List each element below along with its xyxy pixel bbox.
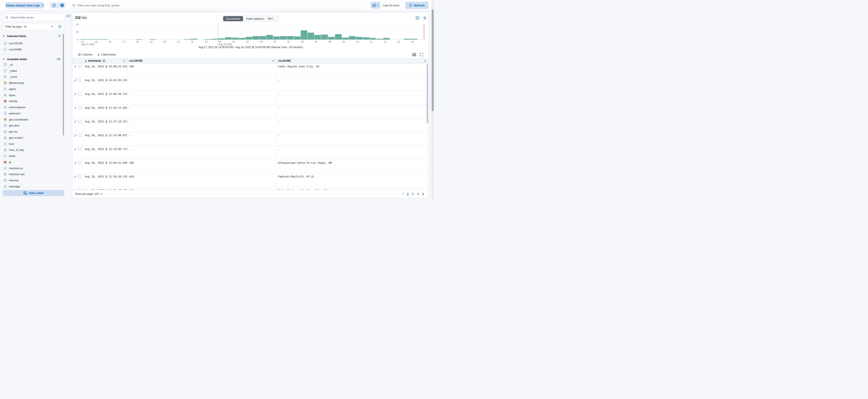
svg-text:18: 18 — [136, 40, 139, 43]
table-header-csa-geoid[interactable]: csa.GEOID — [127, 59, 276, 63]
csa-name-column-menu[interactable] — [424, 60, 426, 61]
expand-icon — [74, 162, 77, 164]
field-item-ip[interactable]: IPip — [3, 159, 63, 165]
field-item-geo.dest[interactable]: kgeo.dest — [3, 123, 63, 129]
select-row-checkbox[interactable] — [78, 79, 81, 82]
expand-icon — [74, 93, 77, 96]
table-header-timestamp[interactable]: timestamp — [83, 59, 127, 63]
field-item-extension[interactable]: textension — [3, 110, 63, 117]
select-row-checkbox[interactable] — [78, 93, 81, 96]
chart-options-button[interactable] — [415, 16, 420, 20]
field-item-bytes[interactable]: #bytes — [3, 92, 63, 98]
rows-per-page-button[interactable]: Rows per page: 100 — [75, 193, 102, 196]
selected-fields-section-header[interactable]: Selected fields 2 — [3, 33, 64, 38]
gear-button[interactable] — [423, 16, 427, 20]
cell-csa-geoid: - — [127, 132, 276, 146]
expand-row-button[interactable] — [74, 134, 77, 137]
field-item-index[interactable]: tindex — [3, 153, 63, 159]
expand-row-button[interactable] — [74, 79, 77, 82]
field-item-geo.coordinates[interactable]: geo.coordinates — [3, 117, 63, 123]
expand-row-button[interactable] — [74, 93, 77, 96]
field-item-machine.ram[interactable]: #machine.ram — [3, 171, 63, 177]
text-field-type-icon: t — [3, 41, 7, 45]
svg-text:14: 14 — [411, 40, 414, 43]
select-row-checkbox[interactable] — [78, 106, 81, 109]
field-item-csa.NAME[interactable]: tcsa.NAME — [3, 46, 63, 53]
field-name: event.dataset — [9, 106, 25, 109]
expand-row-button[interactable] — [74, 161, 77, 164]
number-field-type-icon: # — [3, 75, 7, 78]
select-row-checkbox[interactable] — [78, 161, 81, 164]
refresh-button[interactable]: Refresh — [405, 2, 429, 9]
tab-documents[interactable]: Documents — [223, 16, 243, 21]
field-item-event.dataset[interactable]: kevent.dataset — [3, 104, 63, 110]
field-item-host[interactable]: thost — [3, 141, 63, 147]
field-item-geo.srcdest[interactable]: kgeo.srcdest — [3, 135, 63, 141]
expand-row-button[interactable] — [74, 65, 77, 68]
table-scrollbar[interactable] — [427, 64, 428, 124]
row-controls — [72, 91, 83, 105]
fullscreen-button[interactable] — [420, 53, 423, 56]
field-sorted-button[interactable]: 1 field sorted — [97, 53, 116, 56]
filter-by-type-select[interactable]: Filter by type 0 — [3, 23, 64, 30]
field-item-_index[interactable]: ?_index — [3, 68, 63, 74]
field-search-input[interactable]: Search field names — [3, 13, 64, 21]
number-field-type-icon: # — [3, 178, 7, 182]
select-row-checkbox[interactable] — [78, 147, 81, 151]
field-item-csa.GEOID[interactable]: tcsa.GEOID — [3, 40, 63, 46]
documents-histogram[interactable]: 4020014151617181920212223000102030405060… — [72, 22, 429, 45]
discover-main-panel: 232 hits Documents Field statistics BETA — [72, 12, 429, 198]
expand-row-button[interactable] — [74, 106, 77, 109]
timestamp-column-menu[interactable] — [123, 60, 125, 61]
csa-geoid-column-menu[interactable] — [272, 60, 274, 61]
field-item-agent[interactable]: tagent — [3, 86, 63, 92]
field-item-geo.src[interactable]: kgeo.src — [3, 129, 63, 135]
field-item-hour_of_day[interactable]: #hour_of_day — [3, 147, 63, 153]
page-button-1[interactable]: 1 — [406, 192, 410, 196]
table-toolbar: Columns 1 field sorted — [72, 52, 429, 58]
filter-by-type-label: Filter by type — [5, 25, 22, 28]
cell-csa-geoid: - — [127, 146, 276, 160]
field-item-memory[interactable]: #memory — [3, 177, 63, 184]
text-field-type-icon: t — [3, 185, 7, 188]
add-field-button[interactable]: Add a field — [3, 190, 64, 196]
field-item-message[interactable]: tmessage — [3, 184, 63, 190]
field-item-_id[interactable]: ?_id — [3, 62, 63, 68]
add-filter-button[interactable] — [58, 2, 66, 8]
field-item-clientip[interactable]: IPclientip — [3, 98, 63, 104]
saved-query-menu-button[interactable] — [50, 2, 58, 8]
previous-page-button[interactable] — [401, 193, 404, 196]
collapse-sidebar-button[interactable] — [66, 14, 70, 18]
field-item-_score[interactable]: #_score — [3, 74, 63, 80]
table-header-csa-name[interactable]: csa.NAME — [276, 59, 429, 63]
kql-search-input[interactable]: Filter your data using KQL syntax — [69, 2, 367, 9]
next-page-button[interactable] — [422, 193, 425, 196]
page-button-2[interactable]: 2 — [411, 192, 414, 196]
field-item-machine.os[interactable]: tmachine.os — [3, 165, 63, 171]
columns-button[interactable]: Columns — [78, 53, 93, 56]
chart-header-icons — [415, 16, 427, 20]
available-fields-section-header[interactable]: Available fields 29 — [3, 57, 64, 62]
chart-options-icon — [415, 16, 420, 20]
field-name: hour_of_day — [9, 148, 24, 152]
data-view-picker-button[interactable]: Kibana Sample Data Logs — [5, 2, 44, 8]
csa-geoid-column-label: csa.GEOID — [129, 59, 143, 62]
sidebar-scrollbar[interactable] — [63, 34, 64, 136]
select-row-checkbox[interactable] — [78, 120, 81, 123]
page-scrollbar-thumb[interactable] — [432, 9, 434, 111]
display-density-button[interactable] — [412, 53, 416, 56]
select-row-checkbox[interactable] — [78, 134, 81, 137]
expand-row-button[interactable] — [74, 147, 77, 151]
field-filter-info-button[interactable] — [56, 23, 64, 30]
field-item-@timestamp[interactable]: @timestamp — [3, 80, 63, 86]
date-picker-calendar-button[interactable] — [371, 2, 380, 9]
tab-field-statistics[interactable]: Field statistics BETA — [244, 16, 278, 21]
time-range-value[interactable]: Last 24 hours — [380, 2, 402, 9]
expand-row-button[interactable] — [74, 175, 77, 178]
cell-timestamp: Aug 18, 2022 @ 12:27:14.527 — [83, 119, 127, 132]
select-row-checkbox[interactable] — [78, 175, 81, 178]
page-button-3[interactable]: 3 — [416, 192, 420, 196]
expand-row-button[interactable] — [74, 120, 77, 123]
select-row-checkbox[interactable] — [78, 65, 81, 68]
page-scrollbar-track[interactable] — [431, 0, 434, 199]
